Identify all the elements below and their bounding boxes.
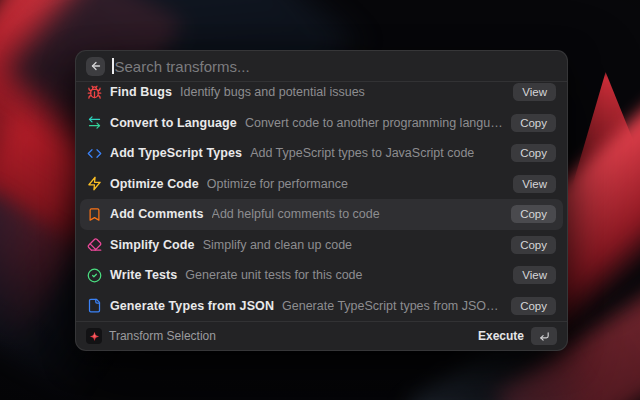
transform-row[interactable]: Simplify Code Simplify and clean up code…: [80, 230, 563, 261]
wallpaper-shape: [572, 72, 640, 187]
transform-row[interactable]: Add Comments Add helpful comments to cod…: [80, 199, 563, 230]
search-input[interactable]: [115, 58, 558, 75]
bug-icon: [87, 85, 102, 100]
transform-title: Find Bugs: [110, 85, 172, 99]
transform-row[interactable]: Convert to Language Convert code to anot…: [80, 108, 563, 139]
arrow-left-icon: [90, 60, 102, 72]
transform-title: Add TypeScript Types: [110, 146, 242, 160]
transform-row[interactable]: Add TypeScript Types Add TypeScript type…: [80, 138, 563, 169]
zap-icon: [87, 176, 102, 191]
search-header: [76, 51, 567, 82]
transform-subtitle: Simplify and clean up code: [203, 238, 352, 252]
transform-subtitle: Optimize for performance: [207, 177, 348, 191]
transform-title: Add Comments: [110, 207, 204, 221]
text-caret: [112, 58, 114, 74]
code-brackets-icon: [87, 146, 102, 161]
action-button[interactable]: Copy: [511, 205, 556, 223]
back-button[interactable]: [86, 57, 105, 76]
action-button[interactable]: View: [513, 266, 556, 284]
action-button[interactable]: Copy: [511, 236, 556, 254]
eraser-icon: [87, 237, 102, 252]
transform-subtitle: Generate unit tests for this code: [185, 268, 362, 282]
transforms-list: Find Bugs Identify bugs and potential is…: [76, 82, 567, 321]
arrows-left-right-icon: [87, 115, 102, 130]
footer-actions: Execute: [478, 327, 557, 345]
transform-title: Generate Types from JSON: [110, 299, 274, 313]
check-circle-icon: [87, 268, 102, 283]
action-button[interactable]: View: [513, 175, 556, 193]
transform-subtitle: Identify bugs and potential issues: [180, 85, 365, 99]
transform-subtitle: Add helpful comments to code: [212, 207, 380, 221]
transform-row[interactable]: Optimize Code Optimize for performance V…: [80, 169, 563, 200]
transform-subtitle: Add TypeScript types to JavaScript code: [250, 146, 474, 160]
transform-title: Convert to Language: [110, 116, 237, 130]
footer-bar: Transform Selection Execute: [76, 321, 567, 350]
transform-row[interactable]: Find Bugs Identify bugs and potential is…: [80, 82, 563, 108]
desktop: Find Bugs Identify bugs and potential is…: [0, 0, 640, 400]
action-button[interactable]: Copy: [511, 114, 556, 132]
action-button[interactable]: Copy: [511, 297, 556, 315]
app-logo-icon: [86, 328, 102, 344]
transform-subtitle: Convert code to another programming lang…: [245, 116, 503, 130]
action-button[interactable]: View: [513, 83, 556, 101]
file-icon: [87, 298, 102, 313]
search-field-wrap: [112, 51, 557, 81]
transform-title: Optimize Code: [110, 177, 199, 191]
action-button[interactable]: Copy: [511, 144, 556, 162]
transform-title: Simplify Code: [110, 238, 195, 252]
command-palette: Find Bugs Identify bugs and potential is…: [75, 50, 568, 351]
transform-row[interactable]: Write Tests Generate unit tests for this…: [80, 260, 563, 291]
execute-label: Execute: [478, 329, 524, 343]
transform-subtitle: Generate TypeScript types from JSON data: [282, 299, 503, 313]
transform-row[interactable]: Generate Types from JSON Generate TypeSc…: [80, 291, 563, 322]
transform-title: Write Tests: [110, 268, 177, 282]
return-key-icon[interactable]: [531, 327, 557, 345]
bookmark-icon: [87, 207, 102, 222]
footer-source-label: Transform Selection: [109, 329, 216, 343]
